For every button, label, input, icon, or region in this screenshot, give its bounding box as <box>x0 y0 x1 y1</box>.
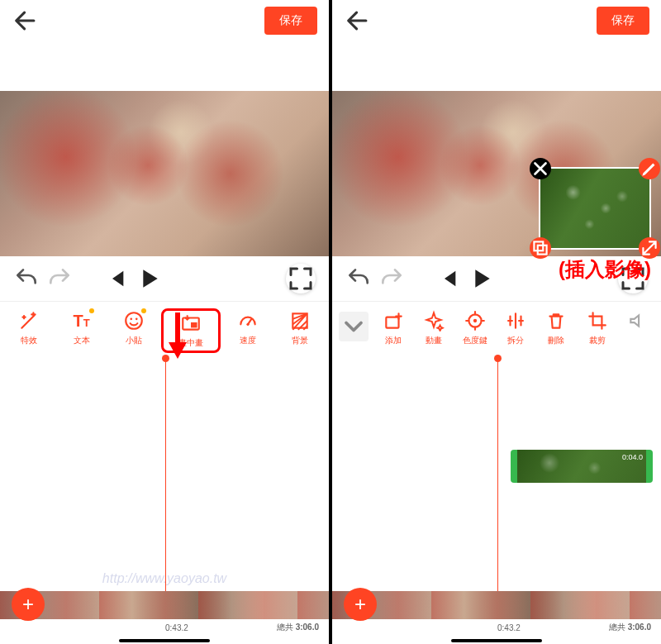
svg-point-13 <box>473 319 476 322</box>
arrow-left-icon <box>12 7 40 35</box>
pip-toolbar: 添加 動畫 色度鍵 拆分 刪除 裁剪 <box>332 301 661 357</box>
svg-point-3 <box>131 318 133 321</box>
pip-overlay[interactable] <box>539 167 651 250</box>
video-track[interactable] <box>0 591 329 619</box>
pip-close-button[interactable] <box>530 158 551 179</box>
tool-label: 背景 <box>292 335 308 346</box>
smiley-icon <box>123 310 145 332</box>
timebar: 0:43.2 總共 3:06.0 <box>0 619 329 636</box>
skip-start-button[interactable] <box>102 265 129 292</box>
save-button[interactable]: 保存 <box>597 7 649 35</box>
pip-clip[interactable]: 0:04.0 <box>511 450 653 483</box>
video-preview[interactable] <box>0 91 329 256</box>
pencil-icon <box>639 158 660 179</box>
back-button[interactable] <box>12 7 40 35</box>
system-navbar <box>0 636 329 644</box>
screen-right: 保存 (插入影像) 添加 動畫 色度鍵 拆分 刪除 裁剪 0:04.0 + <box>332 0 661 644</box>
playhead[interactable] <box>497 357 498 591</box>
tool-label: 特效 <box>21 335 37 346</box>
svg-rect-11 <box>386 317 398 328</box>
screen-left: 保存 特效 TT文本 小貼 畫中畫 速度 背景 http://www.yaoya… <box>0 0 329 644</box>
text-icon: TT <box>71 310 93 332</box>
tool-label: 拆分 <box>507 335 524 346</box>
fullscreen-button[interactable] <box>286 264 316 293</box>
tool-label: 色度鍵 <box>463 335 487 346</box>
add-media-button[interactable]: + <box>344 588 377 621</box>
tool-split[interactable]: 拆分 <box>496 308 535 348</box>
undo-button[interactable] <box>345 265 372 292</box>
undo-button[interactable] <box>13 265 40 292</box>
chevron-down-icon <box>339 312 369 341</box>
skip-previous-icon <box>435 265 461 292</box>
svg-point-7 <box>246 323 249 326</box>
fullscreen-icon <box>286 264 316 293</box>
add-media-button[interactable]: + <box>12 588 45 621</box>
topbar: 保存 <box>0 0 329 41</box>
save-button[interactable]: 保存 <box>264 7 317 35</box>
annotation-text: (插入影像) <box>559 256 651 283</box>
video-track[interactable] <box>332 591 661 619</box>
tool-pip[interactable]: 畫中畫 <box>161 308 221 353</box>
timebar: 0:43.2 總共 3:06.0 <box>332 619 661 636</box>
redo-icon <box>46 265 73 292</box>
watermark: http://www.yaoyao.tw <box>102 571 226 586</box>
system-navbar <box>332 636 661 644</box>
playback-controls <box>0 256 329 301</box>
tool-chroma[interactable]: 色度鍵 <box>455 308 494 348</box>
skip-start-button[interactable] <box>435 265 461 292</box>
tool-animation[interactable]: 動畫 <box>414 308 453 348</box>
pattern-icon <box>289 310 311 332</box>
tool-add[interactable]: 添加 <box>373 308 412 348</box>
video-preview[interactable]: (插入影像) <box>332 91 661 256</box>
playhead[interactable] <box>165 357 166 591</box>
tool-crop[interactable]: 裁剪 <box>578 308 616 348</box>
collapse-button[interactable] <box>339 312 369 341</box>
tool-label: 添加 <box>385 335 402 346</box>
trash-icon <box>545 310 567 332</box>
redo-icon <box>378 265 405 292</box>
back-button[interactable] <box>344 7 372 35</box>
add-clip-icon <box>383 310 404 332</box>
tool-label: 裁剪 <box>589 335 606 346</box>
current-time: 0:43.2 <box>497 623 521 632</box>
undo-icon <box>345 265 372 292</box>
undo-icon <box>13 265 40 292</box>
plus-icon: + <box>354 593 366 616</box>
arrow-left-icon <box>344 7 372 35</box>
tool-sticker[interactable]: 小貼 <box>108 308 159 348</box>
skip-previous-icon <box>102 265 129 292</box>
tool-label: 文本 <box>74 335 90 346</box>
gauge-icon <box>237 310 259 332</box>
topbar: 保存 <box>332 0 661 41</box>
tool-text[interactable]: TT文本 <box>56 308 107 348</box>
tool-speed[interactable]: 速度 <box>222 308 273 348</box>
timeline[interactable]: http://www.yaoyao.tw + 0:43.2 總共 3:06.0 <box>0 357 329 636</box>
total-time: 總共 3:06.0 <box>609 622 651 633</box>
svg-rect-6 <box>191 322 197 328</box>
pip-copy-button[interactable] <box>530 237 551 259</box>
svg-point-4 <box>136 318 138 321</box>
tool-effects[interactable]: 特效 <box>3 308 55 348</box>
edit-toolbar: 特效 TT文本 小貼 畫中畫 速度 背景 <box>0 301 329 357</box>
timeline[interactable]: 0:04.0 + 0:43.2 總共 3:06.0 <box>332 357 661 636</box>
plus-icon: + <box>22 593 34 616</box>
redo-button[interactable] <box>378 265 405 292</box>
svg-point-2 <box>126 312 142 329</box>
play-icon <box>468 265 494 292</box>
redo-button[interactable] <box>46 265 73 292</box>
sparkle-icon <box>423 310 445 332</box>
clip-duration: 0:04.0 <box>622 453 643 461</box>
close-icon <box>530 158 551 179</box>
tool-background[interactable]: 背景 <box>274 308 326 348</box>
pip-icon <box>180 312 202 334</box>
tool-label: 刪除 <box>548 335 564 346</box>
play-button[interactable] <box>468 265 494 292</box>
tool-delete[interactable]: 刪除 <box>537 308 576 348</box>
tool-volume[interactable] <box>619 308 658 336</box>
crop-icon <box>587 310 608 332</box>
pip-edit-button[interactable] <box>639 158 660 179</box>
magic-wand-icon <box>18 310 40 332</box>
total-time: 總共 3:06.0 <box>277 622 319 633</box>
tool-label: 小貼 <box>126 335 142 346</box>
play-button[interactable] <box>136 265 162 292</box>
